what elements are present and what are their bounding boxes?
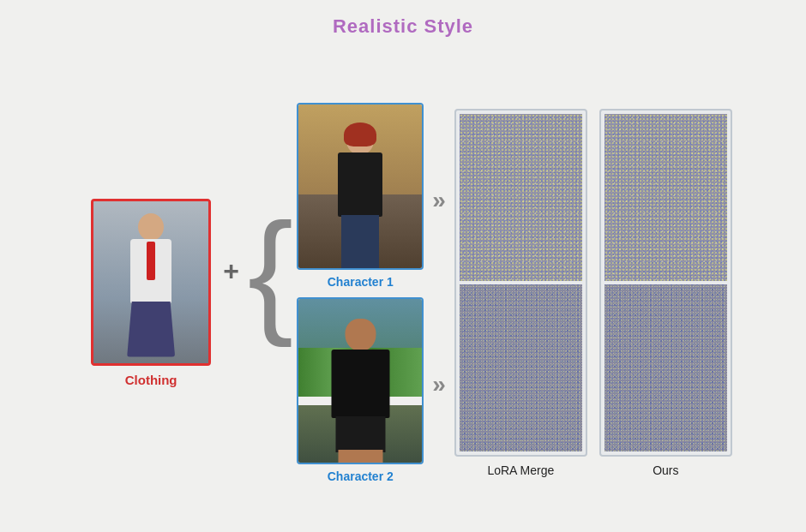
character-2-person <box>320 317 401 463</box>
ours-box <box>599 109 732 457</box>
results-section: LoRA Merge Ours <box>454 109 732 477</box>
clothing-panel: Clothing <box>91 199 211 387</box>
character-1-person <box>322 123 399 268</box>
ours-noise-2 <box>604 284 727 451</box>
character-1-panel: Character 1 <box>297 103 424 289</box>
ours-label: Ours <box>653 463 678 477</box>
clothing-image <box>91 199 211 366</box>
arrow-2: » <box>432 371 446 398</box>
ours-panel-2 <box>604 284 727 451</box>
clothing-label: Clothing <box>125 373 177 387</box>
arrow-1: » <box>432 187 446 214</box>
lora-merge-panel-2 <box>460 284 582 451</box>
lora-merge-box <box>454 109 587 457</box>
character-2-image <box>297 297 424 464</box>
arrows-column: » » <box>432 109 446 477</box>
content-row: Clothing + { <box>0 53 806 532</box>
ours-noise-1 <box>604 114 727 281</box>
ours-panel-1 <box>604 114 727 281</box>
lora-merge-panel-1 <box>460 114 582 281</box>
main-container: Realistic Style Clothing + { <box>0 0 806 532</box>
clothing-figure <box>93 201 208 363</box>
clothing-person-silhouette <box>117 209 185 363</box>
lora-merge-label: LoRA Merge <box>487 463 554 477</box>
lora-noise-1 <box>460 114 582 281</box>
character-1-label: Character 1 <box>328 275 394 289</box>
lora-merge-column: LoRA Merge <box>454 109 587 477</box>
character-1-image <box>297 103 424 270</box>
characters-column: Character 1 <box>297 103 424 483</box>
bracket-symbol: { <box>248 203 293 340</box>
page-title: Realistic Style <box>333 15 473 38</box>
character-2-label: Character 2 <box>328 469 394 483</box>
plus-symbol: + <box>223 255 239 287</box>
lora-noise-2 <box>460 284 582 451</box>
ours-column: Ours <box>599 109 732 477</box>
character-2-panel: Character 2 <box>297 297 424 483</box>
